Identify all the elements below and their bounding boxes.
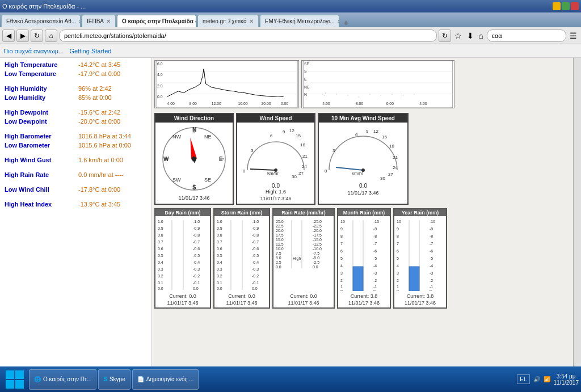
- svg-text:-2.5: -2.5: [313, 260, 319, 264]
- humidity-chart-svg: SE S E NE N 4:00 8:00 0:00 4:00: [301, 60, 454, 108]
- rain-rate-current: Current: 0.0: [275, 293, 332, 299]
- menu-icon[interactable]: ☰: [568, 30, 579, 41]
- svg-text:N: N: [192, 127, 196, 133]
- stat-low-baro: Low Barometer 1015.6 hPa at 0:00: [0, 141, 151, 150]
- svg-text:1.0: 1.0: [217, 220, 222, 224]
- svg-text:8: 8: [397, 234, 399, 238]
- bar-charts-row: Day Rain (mm) 1.0 0.9 0.8 0.7 0.6 0.5 0.…: [154, 208, 571, 309]
- home-nav-icon[interactable]: ⌂: [477, 30, 485, 41]
- svg-text:-0.9: -0.9: [252, 226, 259, 230]
- month-rain-time: 11/01/17 3:46: [340, 300, 388, 306]
- new-tab-button[interactable]: +: [340, 18, 352, 27]
- tab-2[interactable]: ΙΕΠΒΑ ✕: [82, 15, 116, 27]
- search-input[interactable]: [487, 29, 566, 42]
- network-icon: 📶: [544, 376, 550, 382]
- svg-text:17.5: 17.5: [276, 233, 284, 237]
- month-rain-chart: Month Rain (mm) 10 9 8 7 6 5 4 3 2 1 0 -…: [337, 208, 391, 309]
- storm-rain-current: Current: 0.0: [216, 293, 267, 299]
- svg-rect-33: [369, 94, 370, 95]
- browser-icon: 🌐: [34, 376, 41, 382]
- tab-5[interactable]: ΕΜΥ-Εθνική Μετεωρολογι... ✕: [260, 15, 339, 27]
- year-rain-svg: 10 9 8 7 6 5 4 3 2 1 0 -10 -9 -8 -7 -6 -: [397, 217, 444, 291]
- svg-text:0.2: 0.2: [217, 274, 222, 278]
- close-button[interactable]: [571, 2, 579, 10]
- svg-text:20.0: 20.0: [276, 229, 284, 233]
- svg-text:-6: -6: [430, 249, 433, 253]
- svg-text:0.0: 0.0: [158, 286, 163, 290]
- lang-indicator: EL: [517, 374, 529, 384]
- taskbar-doc-btn[interactable]: 📄 Δημιουργία ενός ...: [132, 369, 199, 390]
- svg-rect-209: [15, 370, 24, 379]
- svg-text:6: 6: [355, 132, 358, 137]
- day-rain-chart: Day Rain (mm) 1.0 0.9 0.8 0.7 0.6 0.5 0.…: [154, 208, 211, 309]
- svg-text:12: 12: [373, 129, 378, 134]
- minimize-button[interactable]: [553, 2, 561, 10]
- tab-3[interactable]: Ο καιρός στην Πτολεμαίδα - ... ✕: [117, 15, 196, 27]
- svg-text:-20.0: -20.0: [313, 229, 322, 233]
- go-button[interactable]: ↻: [439, 29, 451, 42]
- start-button[interactable]: [2, 369, 27, 390]
- svg-text:0.0: 0.0: [313, 265, 318, 269]
- svg-text:27: 27: [388, 172, 393, 177]
- svg-text:0:00: 0:00: [386, 102, 394, 106]
- svg-rect-29: [325, 93, 326, 94]
- tab-2-close[interactable]: ✕: [106, 18, 111, 24]
- svg-text:-1: -1: [373, 285, 377, 289]
- svg-text:24: 24: [393, 165, 398, 170]
- wind-direction-title: Wind Direction: [155, 114, 233, 123]
- forward-button[interactable]: ▶: [16, 29, 29, 42]
- clock-date: 11/1/2017: [554, 380, 579, 386]
- home-button[interactable]: ⌂: [45, 29, 57, 42]
- back-button[interactable]: ◀: [2, 29, 15, 42]
- svg-text:4.0: 4.0: [157, 73, 163, 77]
- svg-text:-0.1: -0.1: [252, 281, 259, 285]
- refresh-button[interactable]: ↻: [31, 29, 43, 42]
- document-icon: 📄: [137, 376, 144, 382]
- svg-text:4:00: 4:00: [167, 102, 175, 106]
- download-icon[interactable]: ⬇: [465, 30, 475, 41]
- tab-4-close[interactable]: ✕: [249, 18, 254, 24]
- sound-icon: 🔊: [533, 376, 540, 382]
- wind-direction-time: 11/01/17 3:46: [158, 195, 230, 201]
- wind-speed-high: High: 1.6: [239, 189, 312, 195]
- svg-text:NE: NE: [204, 134, 212, 140]
- wind-speed-10min-title: 10 Min Avg Wind Speed: [319, 114, 407, 123]
- svg-rect-205: [409, 267, 419, 291]
- svg-text:12.5: 12.5: [276, 242, 284, 246]
- scrollbar[interactable]: [573, 58, 581, 366]
- stat-high-baro: High Barometer 1016.8 hPa at 3:44: [0, 132, 151, 141]
- taskbar-browser-btn[interactable]: 🌐 Ο καιρός στην Πτ...: [29, 369, 96, 390]
- stat-high-dewpoint: High Dewpoint -15.6°C at 2:42: [0, 108, 151, 117]
- bookmark-star-icon[interactable]: ☆: [453, 30, 464, 41]
- svg-text:-0.9: -0.9: [193, 226, 200, 230]
- address-bar[interactable]: [59, 29, 437, 42]
- storm-rain-chart: Storm Rain (mm) 1.0 0.9 0.8 0.7 0.6 0.5 …: [213, 208, 270, 309]
- svg-text:7.5: 7.5: [276, 251, 281, 255]
- maximize-button[interactable]: [562, 2, 570, 10]
- svg-text:0.0: 0.0: [276, 265, 281, 269]
- svg-text:km/hr: km/hr: [267, 171, 279, 176]
- svg-text:-0.5: -0.5: [193, 254, 200, 258]
- system-tray: EL 🔊 📶 3:54 μμ 11/1/2017: [517, 373, 579, 386]
- svg-text:0: 0: [373, 289, 376, 291]
- svg-text:0.8: 0.8: [217, 233, 222, 237]
- bookmark-frequent[interactable]: Πιο συχνά αναγνωμ...: [3, 48, 64, 54]
- bookmark-started[interactable]: Getting Started: [69, 48, 111, 54]
- tab-1-close[interactable]: ✕: [78, 18, 81, 24]
- tab-5-close[interactable]: ✕: [337, 18, 339, 24]
- svg-text:20:00: 20:00: [262, 102, 271, 106]
- svg-text:4: 4: [340, 264, 343, 268]
- tab-1[interactable]: Εθνικό Αστεροσκοπείο Αθ... ✕: [1, 15, 81, 27]
- windows-logo-icon: [5, 369, 25, 390]
- svg-text:SE: SE: [204, 177, 211, 183]
- svg-text:E: E: [304, 77, 307, 81]
- day-rain-title: Day Rain (mm): [155, 209, 210, 216]
- svg-text:-8: -8: [430, 234, 433, 238]
- taskbar-skype-btn[interactable]: S Skype: [98, 369, 130, 390]
- wind-direction-gauge: Wind Direction N S E W NE SE NW SW: [154, 113, 234, 205]
- wind-speed-time: 11/01/17 3:46: [239, 196, 312, 201]
- tab-4[interactable]: meteo.gr: Σχετικά ✕: [197, 15, 259, 27]
- svg-text:30: 30: [292, 174, 297, 179]
- svg-text:0.9: 0.9: [158, 226, 163, 230]
- svg-text:18: 18: [300, 142, 305, 147]
